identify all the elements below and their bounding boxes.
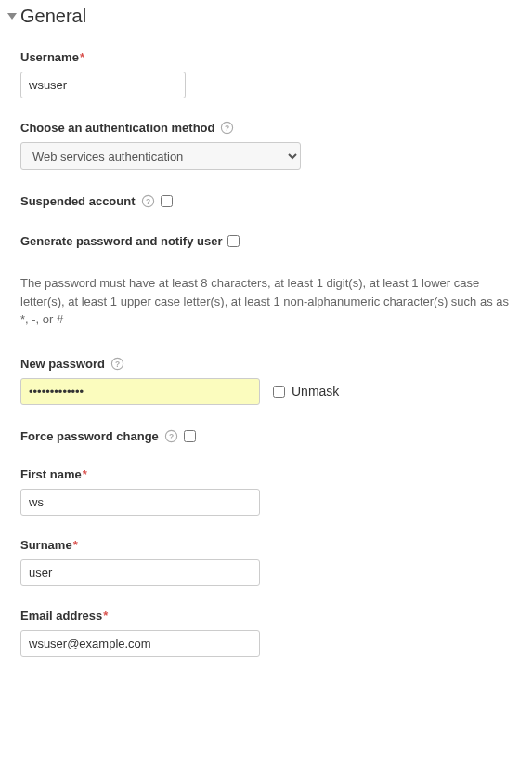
surname-label: Surname [20,538,72,552]
new-password-label: New password [20,357,105,371]
username-label: Username [20,50,79,64]
svg-text:?: ? [115,359,120,368]
required-star-icon: * [73,538,78,552]
force-change-label: Force password change [20,429,159,443]
field-surname: Surname* [20,538,512,586]
email-input[interactable] [20,630,260,657]
chevron-down-icon [7,13,17,20]
firstname-label: First name [20,467,82,481]
field-username: Username* [20,50,512,98]
surname-label-row: Surname* [20,538,512,552]
required-star-icon: * [103,609,108,622]
email-label-row: Email address* [20,609,512,622]
generate-pw-label: Generate password and notify user [20,234,222,248]
generate-pw-checkbox[interactable] [227,235,240,247]
field-auth-method: Choose an authentication method ? Web se… [20,121,512,170]
section-title: General [20,6,86,27]
force-change-label-row: Force password change ? [20,427,512,445]
suspended-label: Suspended account [20,194,136,208]
suspended-checkbox[interactable] [161,195,173,207]
required-star-icon: * [83,467,87,481]
password-help-text: The password must have at least 8 charac… [20,274,512,329]
help-icon[interactable]: ? [141,194,155,208]
field-firstname: First name* [20,467,512,516]
surname-input[interactable] [20,559,260,586]
help-icon[interactable]: ? [110,357,124,371]
auth-method-select[interactable]: Web services authentication [20,142,301,170]
new-password-input[interactable] [20,378,260,405]
auth-method-label-row: Choose an authentication method ? [20,121,512,135]
unmask-label: Unmask [292,384,339,399]
suspended-label-row: Suspended account ? [20,192,512,210]
new-password-label-row: New password ? [20,357,512,371]
unmask-checkbox[interactable] [273,386,285,398]
field-email: Email address* [20,609,512,657]
required-star-icon: * [80,50,84,64]
field-suspended: Suspended account ? [20,192,512,210]
username-input[interactable] [20,72,186,98]
svg-text:?: ? [145,197,149,206]
generate-pw-label-row: Generate password and notify user [20,232,512,250]
svg-text:?: ? [169,431,174,440]
svg-text:?: ? [225,124,229,133]
password-row: Unmask [20,378,512,405]
firstname-input[interactable] [20,489,260,516]
help-icon[interactable]: ? [164,429,178,443]
email-label: Email address [20,609,102,622]
firstname-label-row: First name* [20,467,512,481]
force-change-checkbox[interactable] [184,430,196,442]
field-force-change: Force password change ? [20,427,512,445]
help-icon[interactable]: ? [220,121,234,135]
form-body: Username* Choose an authentication metho… [0,50,532,657]
field-generate-password: Generate password and notify user [20,232,512,250]
username-label-row: Username* [20,50,512,64]
section-header[interactable]: General [0,0,532,33]
auth-method-label: Choose an authentication method [20,121,214,135]
field-new-password: New password ? Unmask [20,357,512,405]
